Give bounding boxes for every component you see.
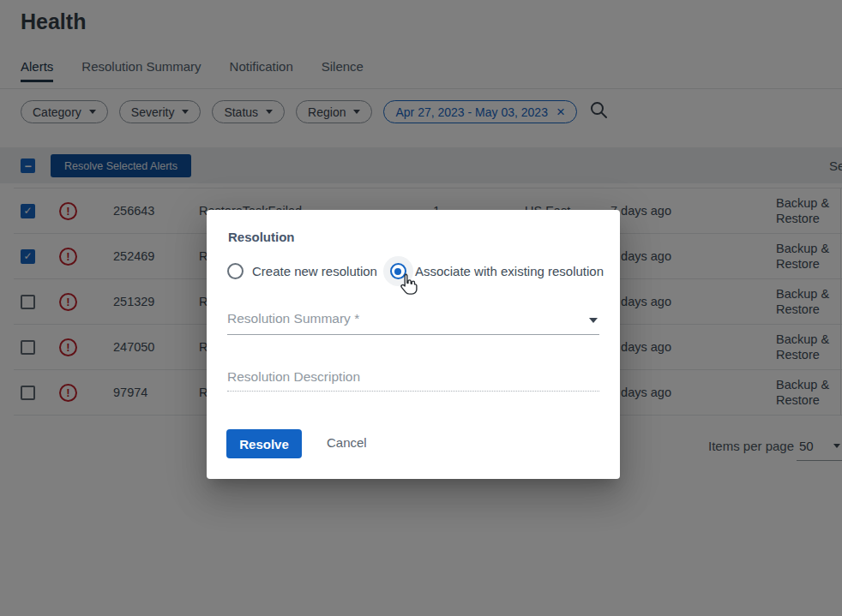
dialog-title: Resolution bbox=[228, 230, 295, 244]
resolution-description-input[interactable]: Resolution Description bbox=[227, 362, 599, 392]
dropdown-caret-icon[interactable] bbox=[589, 318, 598, 323]
cancel-button[interactable]: Cancel bbox=[327, 435, 367, 450]
radio-option-1[interactable]: Create new resolution bbox=[227, 263, 377, 279]
radio-icon[interactable] bbox=[390, 263, 406, 279]
resolution-summary-placeholder: Resolution Summary * bbox=[227, 311, 359, 326]
radio-icon[interactable] bbox=[227, 263, 244, 279]
radio-option-2[interactable]: Associate with existing resolution bbox=[390, 263, 604, 279]
radio-label: Create new resolution bbox=[252, 264, 377, 278]
resolve-button[interactable]: Resolve bbox=[226, 429, 302, 458]
radio-label: Associate with existing resolution bbox=[415, 264, 604, 278]
resolution-summary-select[interactable]: Resolution Summary * bbox=[227, 306, 599, 335]
resolution-dialog: Resolution Create new resolutionAssociat… bbox=[207, 210, 620, 479]
resolution-type-radio-group: Create new resolutionAssociate with exis… bbox=[227, 263, 604, 279]
resolution-description-placeholder: Resolution Description bbox=[227, 369, 360, 385]
